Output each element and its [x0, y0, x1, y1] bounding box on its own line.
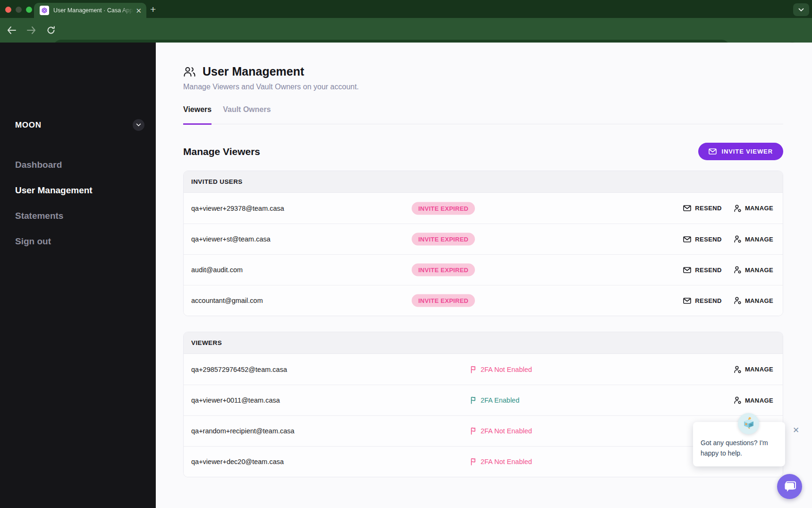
mail-icon [683, 236, 691, 242]
manage-user-icon [734, 366, 741, 373]
chat-bubbles-icon [783, 481, 796, 493]
manage-user-icon [734, 266, 741, 274]
sidebar: MOON Dashboard User Management Statement… [0, 43, 156, 508]
viewer-email: qa+viewer+dec20@team.casa [191, 458, 284, 465]
resend-button[interactable]: RESEND [683, 267, 722, 274]
manage-button[interactable]: MANAGE [734, 396, 773, 404]
invite-expired-badge: INVITE EXPIRED [412, 294, 475, 307]
sidebar-item-sign-out[interactable]: Sign out [15, 236, 93, 247]
bot-cube-icon [741, 416, 756, 432]
table-row: audit@audit.com INVITE EXPIRED RESEND MA… [184, 254, 783, 285]
invited-users-header: INVITED USERS [184, 171, 783, 193]
browser-tab[interactable]: User Management · Casa App ✕ [34, 3, 146, 18]
table-row: qa+298572976452@team.casa 2FA Not Enable… [184, 354, 783, 385]
chat-bot-avatar [738, 413, 759, 434]
manage-button[interactable]: MANAGE [734, 205, 773, 212]
org-switcher[interactable]: MOON [15, 119, 144, 131]
manage-user-icon [734, 235, 741, 243]
tab-bar: Viewers Vault Owners [183, 105, 783, 124]
chevron-down-icon [798, 8, 804, 12]
sidebar-item-user-management[interactable]: User Management [15, 185, 93, 196]
invited-email: qa+viewer+st@team.casa [191, 235, 271, 243]
tab-viewers[interactable]: Viewers [183, 105, 211, 125]
flag-icon [470, 458, 477, 465]
table-row: qa+viewer+0011@team.casa 2FA Enabled MAN… [184, 385, 783, 415]
invited-email: qa+viewer+29378@team.casa [191, 205, 284, 212]
mail-icon [683, 205, 691, 211]
viewer-email: qa+random+recipient@team.casa [191, 427, 295, 435]
resend-button[interactable]: RESEND [683, 236, 722, 243]
viewer-email: qa+298572976452@team.casa [191, 366, 287, 373]
browser-tab-title: User Management · Casa App [53, 7, 134, 14]
chat-launcher-button[interactable] [777, 474, 802, 499]
tab-vault-owners[interactable]: Vault Owners [223, 105, 271, 124]
invite-viewer-button[interactable]: INVITE VIEWER [698, 143, 783, 160]
casa-favicon-icon [40, 6, 49, 15]
resend-button[interactable]: RESEND [683, 205, 722, 212]
table-row: qa+viewer+st@team.casa INVITE EXPIRED RE… [184, 224, 783, 254]
new-tab-button[interactable]: + [150, 4, 156, 15]
flag-icon [470, 427, 477, 435]
manage-user-icon [734, 396, 741, 404]
window-zoom-button[interactable] [26, 7, 32, 13]
flag-icon [470, 366, 477, 373]
back-button[interactable] [5, 24, 18, 37]
manage-button[interactable]: MANAGE [734, 235, 773, 243]
sidebar-item-dashboard[interactable]: Dashboard [15, 160, 93, 170]
table-row: accountant@gmail.com INVITE EXPIRED RESE… [184, 285, 783, 316]
sidebar-item-statements[interactable]: Statements [15, 211, 93, 221]
twofa-status: 2FA Not Enabled [470, 458, 532, 465]
mail-icon [709, 148, 717, 155]
section-title: Manage Viewers [183, 146, 260, 157]
twofa-status: 2FA Enabled [470, 396, 519, 404]
table-row: qa+viewer+29378@team.casa INVITE EXPIRED… [184, 193, 783, 224]
tab-close-icon[interactable]: ✕ [135, 7, 142, 14]
invite-expired-badge: INVITE EXPIRED [412, 202, 475, 215]
tab-search-button[interactable] [793, 3, 809, 16]
org-name: MOON [15, 121, 42, 130]
invite-expired-badge: INVITE EXPIRED [412, 264, 475, 276]
manage-button[interactable]: MANAGE [734, 297, 773, 304]
resend-button[interactable]: RESEND [683, 297, 722, 304]
mail-icon [683, 298, 691, 304]
flag-icon [470, 396, 477, 404]
reload-button[interactable] [44, 24, 58, 37]
invite-expired-badge: INVITE EXPIRED [412, 233, 475, 246]
browser-tab-strip: User Management · Casa App ✕ + [0, 0, 812, 18]
invited-email: audit@audit.com [191, 266, 243, 274]
org-switcher-button[interactable] [133, 119, 144, 131]
invited-users-table: INVITED USERS qa+viewer+29378@team.casa … [183, 171, 783, 316]
manage-user-icon [734, 297, 741, 304]
viewer-email: qa+viewer+0011@team.casa [191, 396, 280, 404]
chevron-down-icon [136, 123, 141, 127]
chat-message-text: Got any questions? I'm happy to help. [701, 439, 768, 457]
users-icon [183, 66, 196, 77]
twofa-status: 2FA Not Enabled [470, 427, 532, 435]
invited-email: accountant@gmail.com [191, 297, 263, 304]
page-subtitle: Manage Viewers and Vault Owners on your … [183, 83, 783, 91]
manage-user-icon [734, 205, 741, 212]
twofa-status: 2FA Not Enabled [470, 366, 532, 373]
window-close-button[interactable] [5, 7, 11, 13]
browser-toolbar: app-stg.keys.casa/enterprise-admin/b7cff… [0, 18, 812, 43]
chat-close-icon[interactable]: ✕ [791, 426, 801, 435]
forward-button[interactable] [25, 24, 38, 37]
manage-button[interactable]: MANAGE [734, 266, 773, 274]
window-controls[interactable] [5, 7, 32, 13]
window-minimize-button[interactable] [16, 7, 22, 13]
viewers-header: VIEWERS [184, 332, 783, 354]
mail-icon [683, 267, 691, 273]
manage-button[interactable]: MANAGE [734, 366, 773, 373]
page-title: User Management [203, 65, 304, 78]
